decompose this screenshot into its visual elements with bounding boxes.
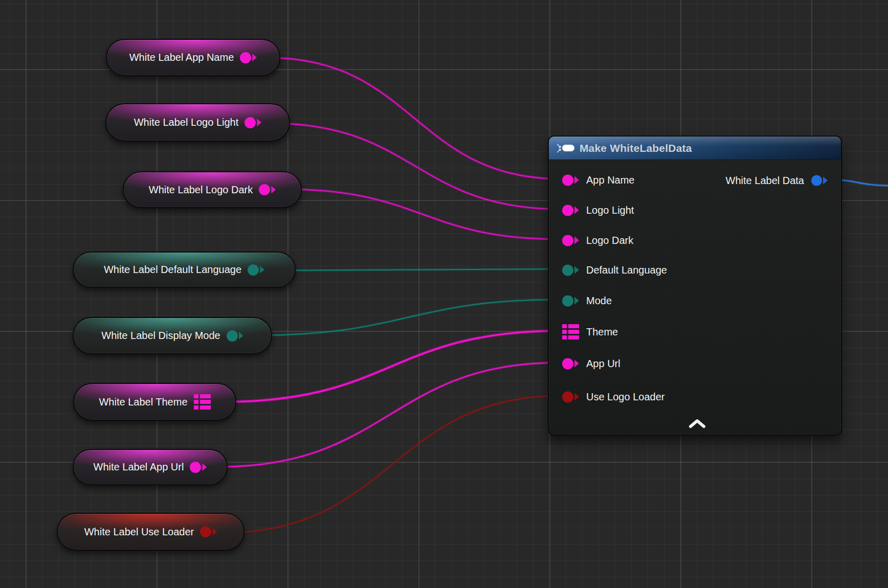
getter-node-label: White Label App Url [94, 461, 184, 473]
getter-node-white-label-app-name[interactable]: White Label App Name [106, 39, 280, 76]
output-pin-icon[interactable] [200, 526, 217, 537]
node-title: Make WhiteLabelData [580, 142, 692, 154]
wire[interactable] [224, 396, 561, 533]
input-pin-row-use-logo-loader: Use Logo Loader [562, 391, 664, 403]
getter-node-white-label-display-mode[interactable]: White Label Display Mode [73, 317, 272, 354]
input-pin-row-app-name: App Name [562, 174, 635, 186]
chevron-up-icon [688, 419, 706, 429]
input-pin-row-theme: Theme [562, 324, 618, 340]
pin-label: App Name [586, 174, 635, 186]
getter-node-label: White Label App Name [129, 52, 234, 63]
getter-node-label: White Label Theme [99, 396, 187, 408]
input-pin-icon[interactable] [562, 235, 579, 246]
make-whitelabeldata-node[interactable]: ↘↗ Make WhiteLabelData App Name Logo Lig… [548, 135, 842, 436]
input-pin-row-app-url: App Url [562, 358, 620, 370]
output-pin-row-white-label-data: White Label Data [726, 175, 828, 187]
pin-label: Mode [586, 295, 612, 307]
wire[interactable] [218, 363, 561, 467]
pin-label: Use Logo Loader [586, 391, 664, 403]
input-pin-icon[interactable] [562, 295, 579, 306]
input-pin-row-logo-dark: Logo Dark [562, 235, 633, 246]
input-pin-row-default-language: Default Language [562, 264, 667, 276]
output-pin-icon[interactable] [811, 175, 828, 186]
struct-pin-icon[interactable] [194, 394, 211, 410]
getter-node-white-label-default-language[interactable]: White Label Default Language [73, 252, 296, 288]
node-header[interactable]: ↘↗ Make WhiteLabelData [549, 137, 841, 160]
getter-node-label: White Label Display Mode [101, 330, 220, 342]
pin-label: Logo Dark [586, 235, 633, 246]
pin-label: Logo Light [586, 205, 634, 216]
input-pin-icon[interactable] [562, 174, 579, 186]
pin-label: App Url [586, 358, 620, 370]
input-pin-icon[interactable] [562, 205, 579, 216]
input-pin-icon[interactable] [562, 358, 579, 369]
output-pin-icon[interactable] [259, 184, 276, 195]
getter-node-label: White Label Logo Light [134, 117, 239, 128]
getter-node-white-label-use-loader[interactable]: White Label Use Loader [57, 513, 245, 551]
output-pin-icon[interactable] [190, 462, 207, 473]
make-struct-icon: ↘↗ [556, 143, 574, 153]
getter-node-label: White Label Logo Dark [149, 184, 253, 196]
wire[interactable] [270, 123, 561, 209]
getter-node-white-label-theme[interactable]: White Label Theme [73, 383, 236, 421]
pin-label: White Label Data [726, 175, 804, 187]
input-pin-row-mode: Mode [562, 295, 612, 307]
pin-label: Theme [586, 326, 618, 338]
blueprint-graph-canvas[interactable]: White Label App Name White Label Logo Li… [0, 0, 888, 588]
wire[interactable] [268, 58, 561, 179]
wire[interactable] [284, 189, 561, 239]
getter-node-white-label-logo-dark[interactable]: White Label Logo Dark [123, 171, 302, 208]
struct-pin-icon[interactable] [562, 324, 579, 340]
getter-node-label: White Label Default Language [104, 264, 241, 276]
output-pin-icon[interactable] [248, 264, 264, 276]
input-pin-icon[interactable] [562, 264, 579, 276]
output-pin-icon[interactable] [240, 52, 257, 63]
getter-node-white-label-app-url[interactable]: White Label App Url [73, 449, 228, 485]
output-pin-icon[interactable] [227, 330, 243, 342]
getter-node-white-label-logo-light[interactable]: White Label Logo Light [105, 103, 290, 142]
getter-node-label: White Label Use Loader [84, 526, 194, 538]
collapse-advanced-pins-button[interactable] [688, 419, 706, 429]
input-pin-icon[interactable] [562, 391, 579, 402]
output-pin-icon[interactable] [245, 117, 261, 128]
input-pin-row-logo-light: Logo Light [562, 205, 634, 216]
pin-label: Default Language [586, 264, 667, 276]
wire[interactable] [253, 300, 561, 335]
